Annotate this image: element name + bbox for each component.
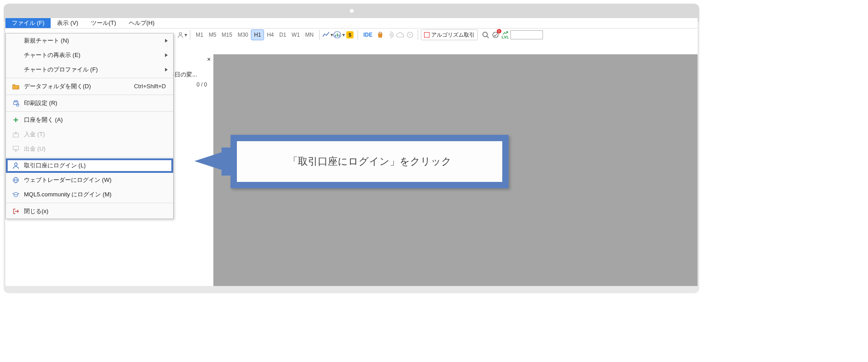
chart-bars-icon[interactable]: ▾	[333, 30, 345, 40]
timeframe-m5[interactable]: M5	[206, 30, 219, 40]
submenu-arrow-icon	[165, 53, 168, 57]
svg-rect-2	[335, 35, 336, 37]
svg-rect-4	[339, 34, 340, 37]
menu-deposit-label: 入金 (T)	[24, 127, 45, 142]
menu-withdraw-label: 出金 (U)	[24, 142, 46, 156]
tab-close-button[interactable]: ×	[204, 55, 213, 64]
menu-deposit[interactable]: 入金 (T)	[6, 127, 173, 142]
timeframe-mn[interactable]: MN	[302, 30, 316, 40]
user-icon	[12, 162, 19, 169]
menu-separator	[6, 203, 173, 203]
svg-rect-14	[14, 100, 17, 102]
dollar-icon[interactable]: $	[345, 30, 355, 40]
menu-open-data-folder[interactable]: データフォルダを開く(D) Ctrl+Shift+D	[6, 79, 173, 94]
svg-point-0	[179, 33, 181, 35]
menu-chart-profile-label: チャートのプロファイル (F)	[24, 62, 98, 77]
graduation-cap-icon	[12, 191, 19, 198]
menu-view[interactable]: 表示 (V)	[51, 18, 85, 28]
globe-icon	[12, 176, 19, 184]
logout-icon	[12, 208, 19, 215]
menu-print-setup-label: 印刷設定 (R)	[24, 96, 57, 110]
search-icon[interactable]	[481, 30, 491, 40]
timeframe-d1[interactable]: D1	[277, 30, 289, 40]
counter-label: 0 / 0	[197, 81, 207, 88]
svg-rect-3	[337, 33, 338, 37]
menu-tools[interactable]: ツール(T)	[85, 18, 123, 28]
callout-pointer	[194, 149, 231, 173]
timeframe-m30[interactable]: M30	[235, 30, 251, 40]
menu-reshow-chart[interactable]: チャートの再表示 (E)	[6, 48, 173, 62]
separator	[319, 30, 320, 40]
svg-point-7	[389, 34, 391, 36]
submenu-arrow-icon	[165, 39, 168, 43]
notification-icon[interactable]: 1	[491, 30, 500, 40]
svg-point-10	[483, 32, 487, 37]
menu-separator	[6, 78, 173, 78]
callout-text: 「取引口座にログイン」をクリック	[288, 155, 452, 168]
menu-reshow-chart-label: チャートの再表示 (E)	[24, 48, 80, 62]
svg-line-11	[487, 36, 489, 38]
menubar: ファイル (F) 表示 (V) ツール(T) ヘルプ(H)	[5, 18, 698, 29]
callout-bubble: 「取引口座にログイン」をクリック	[231, 135, 509, 188]
svg-point-15	[16, 104, 19, 106]
menu-open-account[interactable]: 口座を開く (A)	[6, 113, 173, 127]
menu-print-setup[interactable]: 印刷設定 (R)	[6, 96, 173, 110]
menu-withdraw[interactable]: 出金 (U)	[6, 142, 173, 156]
menu-close[interactable]: 閉じる(x)	[6, 204, 173, 219]
folder-icon	[12, 83, 19, 90]
file-menu: 新規チャート (N) チャートの再表示 (E) チャートのプロファイル (F) …	[5, 33, 174, 219]
status-input[interactable]	[510, 30, 543, 39]
user-dropdown-icon[interactable]: ▾	[177, 30, 187, 40]
market-bag-icon[interactable]	[375, 30, 385, 40]
menu-login-trade-account[interactable]: 取引口座にログイン (L)	[6, 158, 173, 173]
level-label: LVL	[502, 35, 509, 39]
deposit-icon	[12, 131, 19, 138]
signals-icon[interactable]	[385, 30, 395, 40]
svg-point-20	[14, 163, 17, 166]
timeframe-h1[interactable]: H1	[251, 29, 264, 40]
timeframe-w1[interactable]: W1	[289, 30, 302, 40]
menu-new-chart-label: 新規チャート (N)	[24, 33, 69, 48]
panel-tabs: ×	[204, 54, 213, 64]
stop-icon	[424, 32, 429, 38]
titlebar-dot	[350, 9, 354, 13]
level-icon[interactable]: LVL	[500, 30, 510, 40]
menu-separator	[6, 95, 173, 95]
timeframe-m15[interactable]: M15	[219, 30, 235, 40]
plus-icon	[12, 116, 19, 124]
svg-text:+: +	[409, 33, 411, 37]
menu-chart-profile[interactable]: チャートのプロファイル (F)	[6, 62, 173, 77]
separator	[358, 30, 358, 40]
menu-login-mql5[interactable]: MQL5.community にログイン (M)	[6, 187, 173, 202]
menu-close-label: 閉じる(x)	[24, 204, 48, 219]
menu-login-web-label: ウェブトレーダーにログイン (W)	[24, 173, 112, 187]
withdraw-icon	[12, 145, 19, 152]
svg-rect-13	[14, 102, 18, 105]
vps-icon[interactable]: +	[405, 30, 415, 40]
algo-trading-label: アルゴリズム取引	[431, 31, 475, 39]
separator	[190, 30, 190, 40]
menu-file[interactable]: ファイル (F)	[5, 18, 51, 28]
chart-line-icon[interactable]: ▾	[322, 30, 333, 40]
algo-trading-button[interactable]: アルゴリズム取引	[421, 29, 478, 40]
menu-separator	[6, 111, 173, 112]
menu-login-webtrader[interactable]: ウェブトレーダーにログイン (W)	[6, 173, 173, 187]
submenu-arrow-icon	[165, 68, 168, 71]
menu-open-account-label: 口座を開く (A)	[24, 113, 63, 127]
menu-new-chart[interactable]: 新規チャート (N)	[6, 33, 173, 48]
svg-text:$: $	[349, 32, 351, 38]
printer-gear-icon	[12, 100, 19, 107]
separator	[418, 30, 418, 40]
menu-open-data-folder-label: データフォルダを開く(D)	[24, 79, 91, 94]
menu-separator	[6, 157, 173, 157]
callout-inner: 「取引口座にログイン」をクリック	[237, 141, 502, 182]
menu-login-mql5-label: MQL5.community にログイン (M)	[24, 187, 112, 202]
menu-login-trade-label: 取引口座にログイン (L)	[24, 158, 86, 173]
menu-shortcut: Ctrl+Shift+D	[134, 79, 166, 94]
cloud-icon[interactable]	[395, 30, 405, 40]
timeframe-h4[interactable]: H4	[264, 30, 276, 40]
menu-help[interactable]: ヘルプ(H)	[123, 18, 161, 28]
ide-button[interactable]: IDE	[361, 30, 375, 40]
timeframe-m1[interactable]: M1	[193, 30, 206, 40]
